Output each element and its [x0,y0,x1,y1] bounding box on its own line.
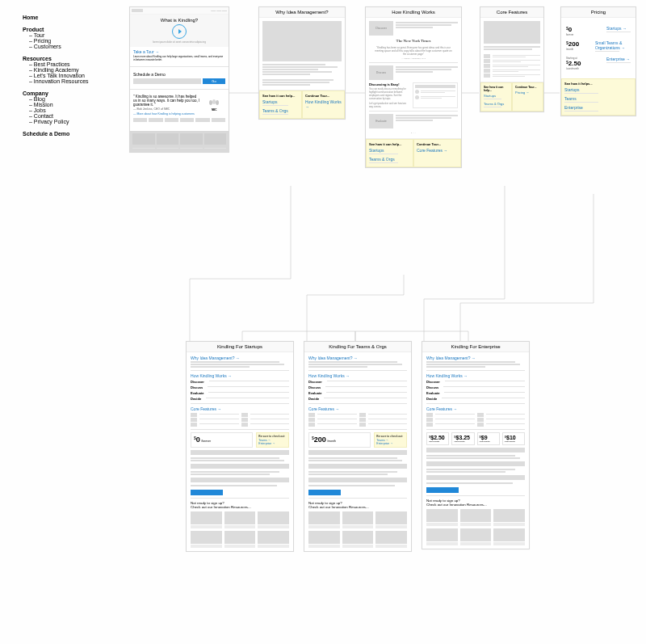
resource-thumbs [191,511,289,528]
teams-title: Kindling For Teams & Orgs [304,342,411,352]
how-discover-tab: Discover [369,21,393,36]
panel-detail-startups: Kindling For Startups Why Idea Managemen… [186,341,294,552]
p1-plan-link[interactable]: Small Teams & Organizations → [595,40,631,50]
how-continue-label: Continue Tour... [417,142,458,146]
nav-home[interactable]: Home [23,15,89,20]
nav-company-contact[interactable]: Contact [29,113,89,119]
play-icon[interactable] [172,24,187,39]
p2-plan-link[interactable]: Enterprise → [606,57,631,61]
email-input[interactable] [133,78,201,84]
svg-point-2 [216,100,219,105]
nav-resources-innov[interactable]: Innovation Resources [29,78,89,84]
p0-sub: forever [566,33,573,36]
pricing-link-enterprise[interactable]: Enterprise [564,105,632,110]
p1-amount: 200 [568,40,579,48]
p1-sub: /month [566,48,579,51]
nyt-logo: The New York Times [369,39,458,43]
take-tour-sub: Learn more about Kindling can help large… [133,55,225,61]
footer-cols [130,131,229,147]
enterprise-price-tiers: $$2.50/user/month $$3.25/user/month $$9/… [426,432,525,445]
startups-cta-button[interactable] [191,490,223,495]
nav-company-privacy[interactable]: Privacy Policy [29,119,89,124]
pricing-see-label: See how it helps... [564,82,632,86]
nyt-quote: "Kindling has been so great. Everyone ha… [369,46,458,56]
p2-sub: /user/month [566,67,581,70]
d-core-link[interactable]: Core Features → [191,406,289,411]
core-link-startups[interactable]: Startups [484,94,509,98]
d-why-link[interactable]: Why Idea Management? → [191,356,289,360]
customer-logos [130,118,229,124]
core-link-teams[interactable]: Teams & Orgs [484,102,509,106]
nav-product-customers[interactable]: Customers [29,44,89,49]
startups-price: 0 [196,436,200,444]
startups-title: Kindling For Startups [187,342,293,352]
svg-point-0 [209,100,212,105]
pricing-link-teams[interactable]: Teams [564,96,632,101]
nav-product-pricing[interactable]: Pricing [29,38,89,44]
how-evaluate-tab: Evaluate [369,114,393,128]
how-link-teams[interactable]: Teams & Orgs [369,157,410,162]
nav-resources[interactable]: Resources [23,56,89,61]
how-link-startups[interactable]: Startups [369,148,410,153]
teams-price: 200 [314,436,326,444]
not-ready-2: Check out our Innovation Resources... [191,505,289,509]
core-hero-image [484,21,540,44]
enterprise-cta-button[interactable] [426,487,459,493]
how-discuss-tab: Discuss [369,65,393,80]
p2-amount: 2.50 [568,60,581,67]
nav-resources-talk[interactable]: Let's Talk Innovation [29,73,89,78]
teams-cta-button[interactable] [308,490,341,495]
why-title: Why Idea Management? [259,7,345,18]
how-discussing-title: Discussing is Easy! [369,82,409,86]
panel-home: —— —— —— What is Kindling? lorem ipsum d… [129,6,229,153]
panel-why: Why Idea Management? See how it can help… [258,6,346,120]
p0-plan-link[interactable]: Startups → [606,26,631,31]
nbc-logo: NBC [203,99,225,112]
nav-company-blog[interactable]: Blog [29,96,89,102]
p0-amount: 0 [568,26,572,33]
panel-pricing: Pricing $0 forever Startups → $200 /mont… [560,6,636,116]
quote-text: " Kindling is so awesome. It has helped … [133,95,200,107]
panel-how: How Kindling Works Discover The New York… [365,6,462,168]
quote-more-link[interactable]: — More about how Kindling is helping cus… [133,112,200,116]
top-nav-links: —— —— —— [211,9,227,12]
sitemap-tree: Home Product Tour Pricing Customers Reso… [23,8,89,137]
core-continue-label: Continue Tour... [515,86,540,89]
schedule-label: Schedule a Demo [133,72,225,77]
panel-detail-enterprise: Kindling For Enterprise Why Idea Managem… [422,341,530,549]
take-tour-link[interactable]: Take a Tour → [133,49,225,54]
why-hero-image [262,21,342,61]
why-continue-link[interactable]: How Kindling Works → [305,99,342,109]
d-how-link[interactable]: How Kindling Works → [191,373,289,378]
enterprise-title: Kindling For Enterprise [422,342,529,352]
go-button[interactable]: Go [203,78,225,84]
svg-point-1 [212,99,216,104]
logo-placeholder [132,9,143,12]
how-continue-link[interactable]: Core Features → [417,148,458,153]
core-continue-link[interactable]: Pricing → [515,90,540,95]
why-see-label: See how it can help... [262,94,299,98]
headline-sub: lorem ipsum dolor sit amet consectetur a… [133,40,225,44]
how-see-label: See how it can help... [369,142,410,146]
discuss-preview [413,82,458,108]
pricing-title: Pricing [561,7,636,18]
headline: What is Kindling? [133,18,225,23]
why-continue-label: Continue Tour... [305,94,342,98]
why-link-teams[interactable]: Teams & Orgs [262,108,299,113]
nav-product[interactable]: Product [23,27,89,32]
nav-company[interactable]: Company [23,90,89,96]
nav-company-jobs[interactable]: Jobs [29,107,89,113]
nav-schedule-demo[interactable]: Schedule a Demo [23,131,89,137]
carousel-dots: • · · · [369,132,458,135]
nav-product-tour[interactable]: Tour [29,32,89,38]
pricing-link-startups[interactable]: Startups [564,87,632,92]
core-title: Core Features [480,7,543,18]
why-link-startups[interactable]: Startups [262,99,299,104]
quote-cite: — Bob Jenkins, CEO of NBC [133,107,200,111]
nav-resources-academy[interactable]: Kindling Academy [29,67,89,73]
nav-company-mission[interactable]: Mission [29,102,89,107]
nav-resources-best[interactable]: Best Practices [29,61,89,67]
panel-detail-teams: Kindling For Teams & Orgs Why Idea Manag… [304,341,412,552]
core-see-label: See how it can help... [484,86,509,92]
how-title: How Kindling Works [366,7,461,18]
